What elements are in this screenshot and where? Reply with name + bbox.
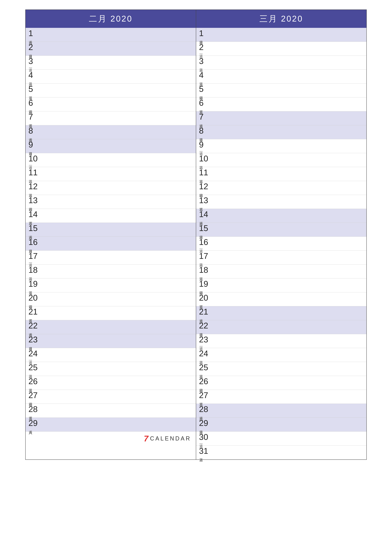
day-content-col — [43, 42, 196, 56]
day-row: 26週三 — [26, 376, 196, 390]
day-num-col: 17週一 — [26, 251, 43, 264]
day-num-col: 13週五 — [196, 195, 214, 209]
day-num-col: 1週日 — [196, 28, 214, 42]
day-row: 24週二 — [196, 348, 366, 362]
day-label: 週五 — [199, 108, 203, 108]
day-num-col: 15週六 — [26, 223, 43, 236]
day-num-col: 26週三 — [26, 376, 43, 390]
day-number: 9 — [29, 140, 33, 149]
day-num-col: 8週六 — [26, 125, 43, 139]
day-num-col: 19週四 — [196, 278, 214, 292]
day-label: 週二 — [29, 372, 33, 373]
day-number: 22 — [199, 321, 208, 330]
day-num-col: 15週日 — [196, 223, 214, 236]
day-label: 週一 — [29, 261, 33, 261]
day-num-col: 3週一 — [26, 56, 43, 69]
day-row: 20週四 — [26, 292, 196, 306]
day-row: 2週一 — [196, 42, 366, 56]
day-number: 13 — [29, 196, 38, 204]
day-num-col: 7週五 — [26, 111, 43, 125]
day-row: 23週日 — [26, 334, 196, 348]
day-label: 週日 — [29, 149, 33, 150]
day-num-col: 6週四 — [26, 97, 43, 111]
day-number: 17 — [199, 252, 208, 260]
day-num-col: 26週四 — [196, 376, 214, 390]
day-label: 週五 — [29, 122, 33, 122]
day-number: 16 — [29, 238, 38, 246]
day-number: 31 — [199, 447, 208, 455]
day-num-col: 10週一 — [26, 153, 43, 167]
day-content-col — [214, 404, 366, 417]
day-num-col: 9週一 — [196, 139, 214, 153]
day-content-col — [214, 306, 366, 320]
day-row: 20週五 — [196, 292, 366, 306]
day-row: 7週六 — [196, 111, 366, 125]
day-number: 5 — [29, 85, 33, 93]
day-content-col — [214, 278, 366, 292]
day-number: 2 — [29, 43, 33, 51]
day-content-col — [214, 97, 366, 111]
day-content-col — [43, 376, 196, 390]
day-content-col — [43, 292, 196, 306]
day-num-col: 28週五 — [26, 404, 43, 417]
day-number: 19 — [199, 280, 208, 288]
day-row: 19週三 — [26, 278, 196, 292]
day-label: 週五 — [199, 400, 203, 401]
day-label: 週二 — [199, 66, 203, 66]
day-label: 週一 — [29, 163, 33, 164]
day-row: 16週日 — [26, 237, 196, 251]
day-number: 15 — [199, 224, 208, 232]
day-label: 週日 — [199, 233, 203, 234]
day-number: 21 — [199, 307, 208, 316]
day-content-col — [214, 195, 366, 209]
day-content-col — [214, 376, 366, 390]
day-number: 18 — [199, 266, 208, 274]
day-row: 8週日 — [196, 125, 366, 139]
day-row: 11週二 — [26, 167, 196, 181]
day-row: 16週一 — [196, 237, 366, 251]
day-label: 週二 — [199, 358, 203, 359]
day-content-col — [214, 56, 366, 69]
month-header-mar: 三月 2020 — [196, 10, 366, 28]
day-content-col — [214, 181, 366, 195]
day-row: 3週二 — [196, 56, 366, 70]
day-content-col — [214, 264, 366, 278]
day-row: 6週四 — [26, 97, 196, 111]
day-row: 5週三 — [26, 84, 196, 97]
day-num-col: 4週二 — [26, 70, 43, 83]
day-label: 週日 — [199, 428, 203, 428]
day-number: 28 — [29, 405, 38, 413]
day-content-col — [43, 362, 196, 376]
day-content-col — [43, 390, 196, 404]
day-content-col — [214, 223, 366, 236]
day-content-col — [214, 139, 366, 153]
day-num-col: 19週三 — [26, 278, 43, 292]
day-row: 27週五 — [196, 390, 366, 404]
day-row: 17週二 — [196, 251, 366, 264]
day-num-col: 24週一 — [26, 348, 43, 362]
day-num-col: 22週六 — [26, 320, 43, 334]
day-num-col: 9週日 — [26, 139, 43, 153]
day-num-col: 24週二 — [196, 348, 214, 362]
day-num-col: 16週一 — [196, 237, 214, 250]
day-row: 8週六 — [26, 125, 196, 139]
calendar-container: 二月 20201週六2週日3週一4週二5週三6週四7週五8週六9週日10週一11… — [25, 9, 367, 460]
day-row: 29週六 — [26, 418, 196, 431]
day-num-col: 10週二 — [196, 153, 214, 167]
day-number: 22 — [29, 321, 38, 330]
day-row: 30週一 — [196, 431, 366, 445]
day-num-col: 27週五 — [196, 390, 214, 404]
day-number: 21 — [29, 307, 38, 316]
day-label: 週二 — [29, 80, 33, 80]
day-label: 週一 — [29, 66, 33, 66]
day-row: 2週日 — [26, 42, 196, 56]
day-number: 29 — [29, 419, 38, 427]
day-num-col: 16週日 — [26, 237, 43, 250]
day-number: 17 — [29, 252, 38, 260]
day-label: 週六 — [29, 233, 33, 234]
day-content-col — [43, 125, 196, 139]
brand-seven-icon: 7 — [144, 434, 149, 443]
day-row: 5週四 — [196, 84, 366, 97]
day-number: 3 — [199, 57, 204, 65]
day-content-col — [214, 111, 366, 125]
